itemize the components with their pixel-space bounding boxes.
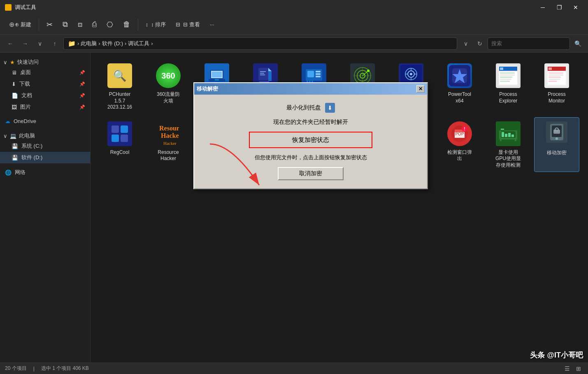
dialog-title-bar: 移动解密 ✕ bbox=[194, 83, 427, 95]
dialog-note-text: 但您使用完文件时，点击上面按钮恢复加密状态 bbox=[255, 154, 367, 161]
dialog-minimize-text: 最小化到托盘 bbox=[286, 104, 321, 112]
dialog-box: 移动解密 ✕ 最小化到托盘 ⬇ 现在您的文件夹已经暂时解开 恢复加密状态 但您使… bbox=[193, 82, 428, 189]
dialog-restore-button[interactable]: 恢复加密状态 bbox=[249, 132, 372, 148]
dialog-status-text: 现在您的文件夹已经暂时解开 bbox=[273, 118, 348, 126]
dialog-content: 最小化到托盘 ⬇ 现在您的文件夹已经暂时解开 恢复加密状态 但您使用完文件时，点… bbox=[194, 95, 427, 188]
minimize-tray-icon: ⬇ bbox=[325, 103, 335, 113]
dialog-close-button[interactable]: ✕ bbox=[416, 85, 425, 93]
dialog-cancel-button[interactable]: 取消加密 bbox=[278, 167, 344, 180]
dialog-overlay: 移动解密 ✕ 最小化到托盘 ⬇ 现在您的文件夹已经暂时解开 恢复加密状态 但您使… bbox=[0, 0, 588, 374]
dialog-title: 移动解密 bbox=[197, 85, 218, 93]
dialog-top-row: 最小化到托盘 ⬇ bbox=[286, 103, 335, 113]
